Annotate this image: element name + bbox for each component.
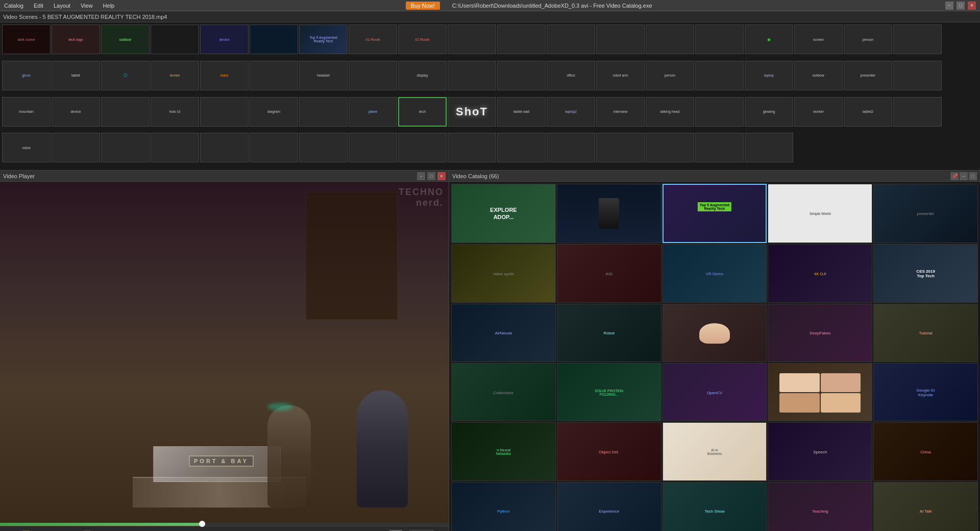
filmstrip-thumb[interactable] [893,61,942,90]
pause-button[interactable]: ⏸ [50,528,62,532]
filmstrip-thumb[interactable]: tablet [52,61,100,90]
catalog-item[interactable]: DeepFakes eepFakes Explained m... [768,304,872,362]
filmstrip-thumb[interactable] [200,133,249,162]
catalog-item[interactable]: EXPLOREADOP... oming Google Proje... [451,184,556,243]
next-frame-button[interactable]: |▶ [127,528,139,532]
filmstrip-thumb[interactable] [695,61,744,90]
filmstrip-thumb[interactable] [695,25,744,54]
catalog-item[interactable]: AI Talk gs with Artificial Intelli... [873,482,978,531]
filmstrip-thumb[interactable] [448,61,496,90]
filmstrip-thumb[interactable] [151,133,199,162]
catalog-item[interactable]: Tutorial tutoral Episode One O... [873,304,978,362]
catalog-maximize[interactable]: □ [969,172,977,180]
catalog-item[interactable]: kes - Real Conseque... [663,304,767,362]
filmstrip-thumb[interactable] [893,97,942,127]
catalog-minimize[interactable]: − [960,172,968,180]
menu-item-help[interactable]: Help [101,2,117,10]
window-minimize[interactable]: − [945,2,953,10]
filmstrip-thumb[interactable] [200,97,249,127]
catalog-item[interactable]: Teaching ching 2020 with Zom P... [768,482,872,531]
buy-now-button[interactable]: Buy Now! [406,2,440,10]
filmstrip-thumb[interactable] [448,25,496,54]
filmstrip-thumb[interactable] [596,133,645,162]
catalog-item-face-swap[interactable]: ace swapping using M... [768,363,872,421]
forward-button[interactable]: ⏩ [81,528,93,532]
filmstrip-thumb[interactable]: interview [596,97,645,127]
filmstrip-thumb[interactable] [497,25,546,54]
filmstrip-thumb[interactable]: robot [2,133,51,162]
video-timeline[interactable] [0,523,449,526]
rewind-button[interactable]: ⏪ [19,528,32,532]
filmstrip-thumb[interactable]: terrain [151,61,199,90]
catalog-item[interactable]: Speech w to Start a Speech m... [768,422,872,480]
filmstrip-thumb[interactable] [250,133,298,162]
filmstrip-thumb[interactable]: laptop2 [547,97,595,127]
filmstrip-thumb[interactable] [497,61,546,90]
catalog-item[interactable]: AI/Neural ai Network Deep learn... [451,304,556,362]
filmstrip-thumb[interactable]: talking head [646,97,694,127]
filmstrip-thumb[interactable]: laptop [745,61,793,90]
filmstrip-thumb[interactable] [646,133,694,162]
filmstrip-thumb[interactable]: display [398,61,447,90]
filmstrip-thumb[interactable]: robot arm [596,61,645,90]
filmstrip-thumb[interactable]: device [200,25,249,54]
catalog-item[interactable]: 4K DJI SE OF 2017 IN 4K DJI... [768,244,872,302]
filmstrip-thumb[interactable] [745,133,793,162]
filmstrip-thumb[interactable]: diagram [250,97,298,127]
filmstrip-thumb[interactable] [299,133,348,162]
window-close[interactable]: × [968,2,976,10]
filmstrip-thumb[interactable] [695,133,744,162]
filmstrip-thumb[interactable]: mountain [2,97,51,127]
catalog-item[interactable]: video synth l Video-to-Video Synth... [451,244,556,302]
filmstrip-thumb[interactable] [250,25,298,54]
filmstrip-thumb[interactable] [596,25,645,54]
window-maximize[interactable]: □ [957,2,965,10]
filmstrip-thumb[interactable]: dark scene [2,25,51,54]
filmstrip-thumb[interactable]: screen [794,25,843,54]
filmstrip-thumb[interactable]: tech logo [52,25,100,54]
filmstrip-thumb[interactable]: device [52,97,100,127]
vp-close[interactable]: × [437,172,446,180]
filmstrip-thumb[interactable]: worker [794,97,843,127]
catalog-item[interactable]: OpenCV l Image - OpenCV with... [663,363,767,421]
catalog-item[interactable]: Tech Show tech products we saw... [663,482,767,531]
filmstrip-thumb[interactable]: ⬡ [101,61,150,90]
filmstrip-thumb[interactable]: mars [200,61,249,90]
filmstrip-thumb[interactable] [349,133,397,162]
menu-item-edit[interactable]: Edit [32,2,45,10]
catalog-item[interactable]: China China's Future Factor... [873,422,978,480]
filmstrip-thumb[interactable]: #1 Route [349,25,397,54]
filmstrip-thumb[interactable]: tablet wall [497,97,546,127]
filmstrip-thumb[interactable] [101,133,150,162]
menu-item-view[interactable]: View [79,2,95,10]
catalog-item[interactable]: Collections Collections Part 2 Wha... [451,363,556,421]
catalog-item[interactable]: presenter Microsoft Office apps... [873,184,978,243]
catalog-item-active[interactable]: Top 5 AugmentedReality Tech MENTED REALI… [663,184,767,243]
filmstrip-thumb[interactable] [893,25,942,54]
catalog-pin[interactable]: 📌 [950,172,959,180]
prev-frame-button[interactable]: ◀| [111,528,124,532]
catalog-item[interactable]: Object Det. o recognize objects int... [557,422,662,480]
filmstrip-thumb[interactable]: outdoor [101,25,150,54]
filmstrip-thumb[interactable]: person [646,61,694,90]
filmstrip-thumb[interactable]: holo UI [151,97,199,127]
play-button[interactable]: ▶ [35,528,47,532]
catalog-item[interactable]: tant year for SpaceX... [557,184,662,243]
filmstrip-thumb[interactable]: outdoor [794,61,843,90]
filmstrip-thumb[interactable]: ◉ [745,25,793,54]
filmstrip-thumb[interactable] [349,61,397,90]
skip-to-end-button[interactable]: ⏭ [96,528,108,532]
catalog-item[interactable]: Simple World ito Convolutional Neur... [768,184,872,243]
catalog-item[interactable]: Robot High-Stakes Robot Wi... [557,304,662,362]
filmstrip-thumb[interactable] [299,97,348,127]
stop-button[interactable]: ⏹ [65,528,78,532]
filmstrip-thumb[interactable]: glove [2,61,51,90]
filmstrip-thumb[interactable] [497,133,546,162]
catalog-item[interactable]: SOLVE PROTEINFOLDING... eepMind AlphaFol… [557,363,662,421]
skip-to-start-button[interactable]: ⏮ [4,528,16,532]
filmstrip-thumb[interactable]: #2 Route [398,25,447,54]
vp-minimize[interactable]: − [417,172,425,180]
catalog-item[interactable]: AI inBusiness o Apply AI in Business... [663,422,767,480]
filmstrip-thumb[interactable]: plane [349,97,397,127]
filmstrip-thumb[interactable] [547,25,595,54]
